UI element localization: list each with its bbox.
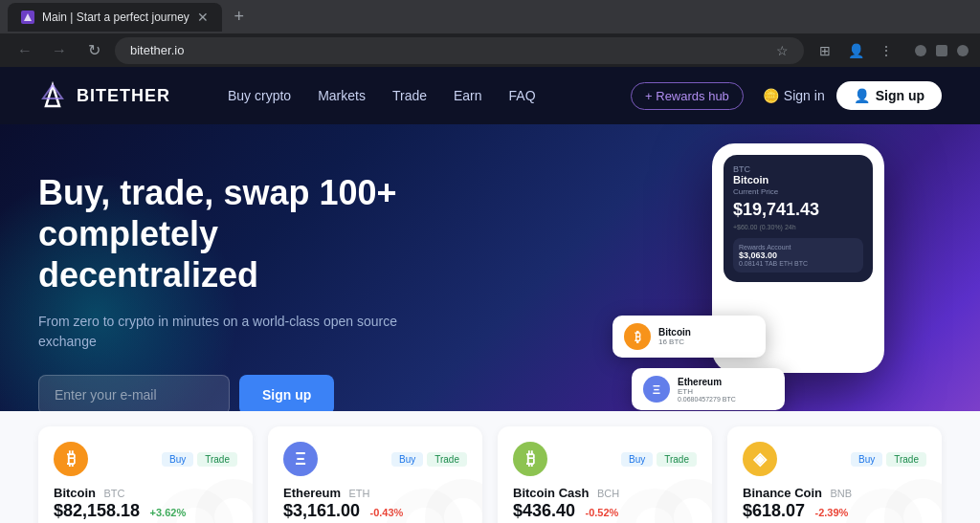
ethereum-float-price: 0.0680457279 BTC: [678, 396, 736, 403]
nav-actions: 🪙 Sign in 👤 Sign up: [763, 81, 942, 110]
eth-icon: Ξ: [283, 442, 318, 476]
btc-trade-badge[interactable]: Trade: [197, 452, 237, 467]
btc-icon: ₿: [54, 442, 88, 476]
bch-icon: ₿: [513, 442, 547, 476]
site-content: BITETHER Buy crypto Markets Trade Earn F…: [0, 67, 980, 523]
eth-trade-badge[interactable]: Trade: [427, 452, 467, 467]
current-price-label: Current Price: [733, 187, 863, 196]
eth-badges: Buy Trade: [391, 452, 467, 467]
bnb-card-header: ◈ Buy Trade: [743, 442, 926, 476]
close-btn[interactable]: [957, 45, 969, 56]
rewards-hub-btn[interactable]: + Rewards hub: [631, 82, 744, 110]
bnb-symbol: BNB: [831, 488, 853, 499]
tab-bar: Main | Start a perfect journey ✕ +: [0, 0, 980, 33]
refresh-btn[interactable]: ↻: [80, 37, 107, 64]
menu-btn[interactable]: ⋮: [873, 37, 900, 64]
btc-name: Bitcoin: [54, 486, 96, 500]
svg-marker-1: [46, 85, 59, 106]
hero-text: Buy, trade, swap 100+ completely decentr…: [38, 172, 440, 411]
bnb-change: -2.39%: [815, 507, 849, 518]
bch-card-header: ₿ Buy Trade: [513, 442, 697, 476]
minimize-btn[interactable]: [915, 45, 926, 56]
maximize-btn[interactable]: [936, 45, 947, 56]
phone-screen: BTC Bitcoin Current Price $19,741.43 +$6…: [724, 155, 873, 282]
bnb-trade-badge[interactable]: Trade: [886, 452, 926, 467]
forward-btn[interactable]: →: [46, 37, 73, 64]
address-bar: ← → ↻ bitether.io ☆ ⊞ 👤 ⋮: [0, 33, 980, 67]
browser-chrome: Main | Start a perfect journey ✕ + ← → ↻…: [0, 0, 980, 67]
nav-links: Buy crypto Markets Trade Earn FAQ: [228, 88, 631, 103]
tab-close-btn[interactable]: ✕: [197, 10, 209, 25]
crypto-card-eth: Ξ Buy Trade Ethereum ETH $3,161.00 -0.43…: [268, 426, 482, 523]
phone-rewards: Rewards Account $3,063.00 0.08141 TAB ET…: [733, 238, 863, 272]
eth-card-header: Ξ Buy Trade: [283, 442, 467, 476]
phone-rewards-label: Rewards Account: [739, 244, 808, 251]
hero-subtitle: From zero to crypto in minutes on a worl…: [38, 312, 440, 352]
hero-form: Sign up: [38, 375, 440, 411]
nav-trade[interactable]: Trade: [392, 88, 427, 103]
signup-btn[interactable]: 👤 Sign up: [836, 81, 942, 110]
crypto-card-btc: ₿ Buy Trade Bitcoin BTC $82,158.18 +3.62…: [38, 426, 253, 523]
ethereum-float-name: Ethereum: [678, 377, 736, 387]
wallet-icon: 🪙: [763, 88, 779, 103]
bnb-price: $618.07: [743, 501, 805, 520]
nav-markets[interactable]: Markets: [318, 88, 366, 103]
person-icon: 👤: [854, 88, 870, 103]
bnb-badges: Buy Trade: [851, 452, 926, 467]
phone-price: $19,741.43: [733, 200, 863, 220]
eth-symbol: ETH: [348, 488, 369, 499]
bnb-name: Binance Coin: [743, 486, 822, 500]
tab-title: Main | Start a perfect journey: [42, 11, 189, 24]
float-card-bitcoin: ₿ Bitcoin 16 BTC: [612, 316, 766, 358]
bitcoin-float-info: Bitcoin 16 BTC: [658, 327, 691, 346]
email-input[interactable]: [38, 375, 230, 411]
hero-signup-btn[interactable]: Sign up: [239, 375, 334, 411]
eth-buy-badge[interactable]: Buy: [391, 452, 423, 467]
bookmark-icon[interactable]: ☆: [776, 43, 789, 58]
btc-badges: Buy Trade: [162, 452, 237, 467]
bch-badges: Buy Trade: [621, 452, 697, 467]
url-bar[interactable]: bitether.io ☆: [115, 37, 804, 64]
bnb-buy-badge[interactable]: Buy: [851, 452, 882, 467]
eth-price: $3,161.00: [283, 501, 360, 520]
phone-rewards-value: $3,063.00: [739, 251, 808, 260]
logo-text: BITETHER: [77, 86, 170, 106]
bitcoin-float-name: Bitcoin: [658, 327, 691, 338]
logo: BITETHER: [38, 81, 170, 110]
profile-btn[interactable]: 👤: [842, 37, 869, 64]
btc-buy-badge[interactable]: Buy: [162, 452, 193, 467]
nav-buy-crypto[interactable]: Buy crypto: [228, 88, 291, 103]
btc-card-header: ₿ Buy Trade: [54, 442, 237, 476]
nav-earn[interactable]: Earn: [454, 88, 482, 103]
logo-icon: [38, 81, 67, 110]
hero-section: Buy, trade, swap 100+ completely decentr…: [0, 124, 980, 411]
ethereum-float-sub: ETH: [678, 387, 736, 396]
bch-symbol: BCH: [597, 488, 619, 499]
phone-price-change: +$60.00 (0.30%) 24h: [733, 224, 863, 230]
bch-price: $436.40: [513, 501, 575, 520]
url-actions: ☆: [776, 43, 789, 58]
bitcoin-float-sub: 16 BTC: [658, 338, 691, 346]
bch-trade-badge[interactable]: Trade: [657, 452, 697, 467]
btc-symbol: BTC: [104, 488, 125, 499]
bnb-icon: ◈: [743, 442, 777, 476]
bch-name: Bitcoin Cash: [513, 486, 589, 500]
ethereum-float-icon: Ξ: [643, 376, 670, 403]
phone-coin-title: Bitcoin: [733, 174, 863, 185]
bch-buy-badge[interactable]: Buy: [621, 452, 653, 467]
phone-coin-sub: BTC: [733, 164, 863, 174]
bitcoin-float-icon: ₿: [624, 323, 651, 350]
extensions-btn[interactable]: ⊞: [812, 37, 838, 64]
btc-price: $82,158.18: [54, 501, 140, 520]
ethereum-float-info: Ethereum ETH 0.0680457279 BTC: [678, 377, 736, 403]
new-tab-btn[interactable]: +: [226, 4, 253, 31]
crypto-card-bch: ₿ Buy Trade Bitcoin Cash BCH $436.40 -0.…: [498, 426, 712, 523]
crypto-card-bnb: ◈ Buy Trade Binance Coin BNB $618.07 -2.…: [727, 426, 942, 523]
signin-btn[interactable]: 🪙 Sign in: [763, 88, 825, 103]
navbar: BITETHER Buy crypto Markets Trade Earn F…: [0, 67, 980, 124]
browser-actions: ⊞ 👤 ⋮: [812, 37, 900, 64]
crypto-cards-section: ₿ Buy Trade Bitcoin BTC $82,158.18 +3.62…: [0, 411, 980, 523]
nav-faq[interactable]: FAQ: [509, 88, 536, 103]
active-tab[interactable]: Main | Start a perfect journey ✕: [8, 3, 222, 32]
back-btn[interactable]: ←: [11, 37, 38, 64]
